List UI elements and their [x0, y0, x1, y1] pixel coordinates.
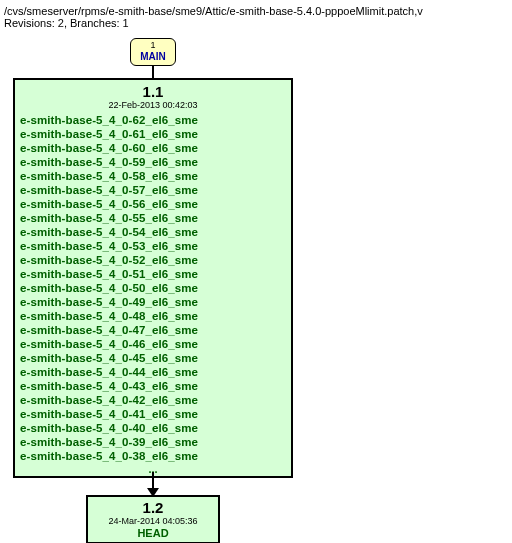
tag-entry: e-smith-base-5_4_0-58_el6_sme [20, 169, 286, 183]
tag-entry: e-smith-base-5_4_0-51_el6_sme [20, 267, 286, 281]
file-path: /cvs/smeserver/rpms/e-smith-base/sme9/At… [4, 4, 508, 18]
tag-entry: e-smith-base-5_4_0-47_el6_sme [20, 323, 286, 337]
branch-tag-main: 1 MAIN [130, 38, 176, 66]
tag-entry: e-smith-base-5_4_0-39_el6_sme [20, 435, 286, 449]
tag-list: e-smith-base-5_4_0-62_el6_smee-smith-bas… [20, 113, 286, 463]
tag-entry: e-smith-base-5_4_0-52_el6_sme [20, 253, 286, 267]
revision-node-1-2: 1.2 24-Mar-2014 04:05:36 HEAD [86, 495, 220, 543]
tag-entry: e-smith-base-5_4_0-50_el6_sme [20, 281, 286, 295]
tag-entry: e-smith-base-5_4_0-38_el6_sme [20, 449, 286, 463]
connector-line [152, 66, 154, 78]
revision-date: 24-Mar-2014 04:05:36 [92, 516, 214, 527]
tag-entry: e-smith-base-5_4_0-44_el6_sme [20, 365, 286, 379]
tag-entry: e-smith-base-5_4_0-56_el6_sme [20, 197, 286, 211]
tag-entry: e-smith-base-5_4_0-45_el6_sme [20, 351, 286, 365]
head-label: HEAD [92, 527, 214, 540]
tag-entry: e-smith-base-5_4_0-61_el6_sme [20, 127, 286, 141]
revision-graph-canvas: /cvs/smeserver/rpms/e-smith-base/sme9/At… [0, 0, 512, 543]
tag-entry: e-smith-base-5_4_0-53_el6_sme [20, 239, 286, 253]
tag-entry: e-smith-base-5_4_0-41_el6_sme [20, 407, 286, 421]
tag-entry: e-smith-base-5_4_0-46_el6_sme [20, 337, 286, 351]
tag-entry: e-smith-base-5_4_0-42_el6_sme [20, 393, 286, 407]
tag-entry: e-smith-base-5_4_0-54_el6_sme [20, 225, 286, 239]
branch-tag-index: 1 [131, 39, 175, 51]
tag-entry: e-smith-base-5_4_0-48_el6_sme [20, 309, 286, 323]
tag-entry: e-smith-base-5_4_0-49_el6_sme [20, 295, 286, 309]
tag-entry: e-smith-base-5_4_0-60_el6_sme [20, 141, 286, 155]
tag-entry: e-smith-base-5_4_0-57_el6_sme [20, 183, 286, 197]
tag-entry: e-smith-base-5_4_0-40_el6_sme [20, 421, 286, 435]
branch-tag-label: MAIN [131, 51, 175, 63]
revision-node-1-1: 1.1 22-Feb-2013 00:42:03 e-smith-base-5_… [13, 78, 293, 478]
tag-entry: e-smith-base-5_4_0-59_el6_sme [20, 155, 286, 169]
tag-entry: e-smith-base-5_4_0-55_el6_sme [20, 211, 286, 225]
revision-number: 1.2 [92, 499, 214, 516]
tag-entry: e-smith-base-5_4_0-43_el6_sme [20, 379, 286, 393]
revision-number: 1.1 [20, 83, 286, 100]
tag-entry: e-smith-base-5_4_0-62_el6_sme [20, 113, 286, 127]
revisions-summary: Revisions: 2, Branches: 1 [4, 17, 129, 29]
revision-date: 22-Feb-2013 00:42:03 [20, 100, 286, 111]
